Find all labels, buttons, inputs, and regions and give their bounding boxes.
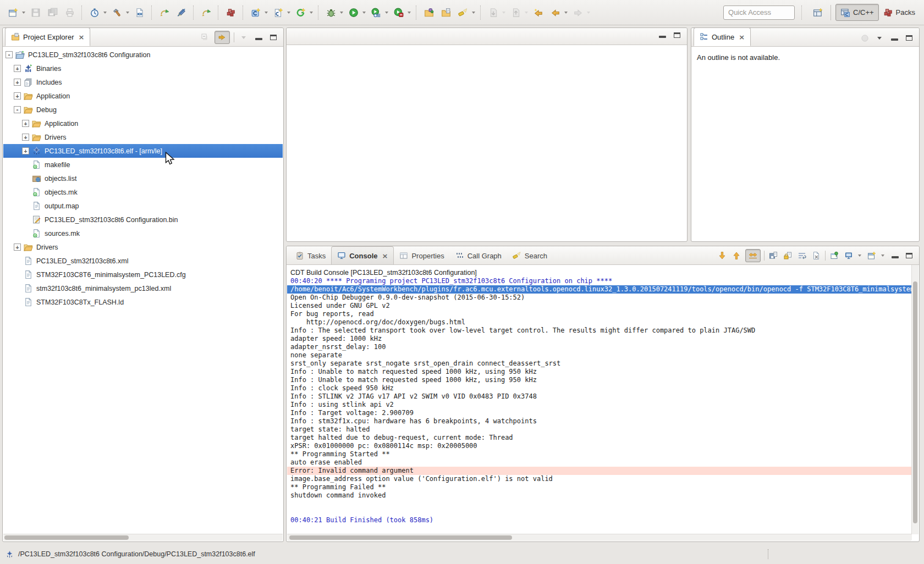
new-class-dropdown-icon[interactable] <box>310 12 313 14</box>
minimize-outline-button[interactable] <box>889 32 900 44</box>
quick-access-input[interactable] <box>723 5 795 20</box>
maximize-editor-button[interactable] <box>672 29 683 41</box>
word-wrap-button[interactable] <box>796 250 807 262</box>
packs-manager-button[interactable] <box>222 4 239 21</box>
link-with-editor-button[interactable] <box>215 31 230 44</box>
expand-toggle[interactable]: + <box>22 134 29 141</box>
tab-tasks[interactable]: Tasks <box>290 247 331 264</box>
perspective-packs-button[interactable]: Packs <box>879 4 920 20</box>
minimize-console-button[interactable] <box>889 250 900 262</box>
tree-row[interactable]: +Includes <box>3 75 283 89</box>
back-button[interactable] <box>547 4 564 21</box>
search-button[interactable] <box>454 4 471 21</box>
scrollbar-thumb[interactable] <box>4 535 129 540</box>
build-dropdown-icon[interactable] <box>126 12 129 14</box>
outline-view-menu-button[interactable] <box>874 32 885 44</box>
scroll-up-button[interactable] <box>731 250 742 262</box>
tab-call-graph[interactable]: Call Graph <box>450 247 507 264</box>
tree-row[interactable]: +Application <box>3 89 283 103</box>
expand-toggle[interactable]: + <box>14 65 21 72</box>
run-configs-button[interactable] <box>367 4 384 21</box>
run-dropdown-icon[interactable] <box>362 12 366 14</box>
expand-toggle[interactable]: + <box>14 92 21 99</box>
new-c-project-dropdown-icon[interactable] <box>265 12 268 14</box>
tree-row[interactable]: -Debug <box>3 103 283 117</box>
scrollbar-thumb[interactable] <box>289 535 512 540</box>
stopwatch-button[interactable] <box>86 4 103 21</box>
tree-row[interactable]: sources.mk <box>3 226 283 240</box>
debug-button[interactable] <box>322 4 339 21</box>
new-dropdown-icon[interactable] <box>22 12 25 14</box>
display-console-dropdown-icon[interactable] <box>858 255 861 257</box>
tab-properties[interactable]: Properties <box>394 247 449 264</box>
console-output[interactable]: CDT Build Console [PC13LED_stm32f103c8t6… <box>287 265 912 534</box>
open-perspective-button[interactable] <box>809 4 826 21</box>
open-console-button[interactable] <box>866 250 877 262</box>
tree-row[interactable]: STM32F103C8T6_minimalsystem_PC13LED.cfg <box>3 268 283 281</box>
back-dropdown-icon[interactable] <box>564 12 568 14</box>
minimize-view-button[interactable] <box>253 31 264 43</box>
new-c-project-button[interactable] <box>247 4 264 21</box>
display-console-button[interactable] <box>843 250 854 262</box>
tree-row-selected[interactable]: +PC13LED_stm32f103c8t6.elf - [arm/le] <box>3 144 283 158</box>
last-edit-location-button[interactable] <box>530 4 547 21</box>
debug-dropdown-icon[interactable] <box>340 12 343 14</box>
close-icon[interactable]: × <box>739 33 745 41</box>
program-chip-button[interactable] <box>156 4 173 21</box>
minimize-editor-button[interactable] <box>657 29 668 41</box>
scroll-down-button[interactable] <box>717 250 728 262</box>
maximize-view-button[interactable] <box>268 31 279 43</box>
tree-row[interactable]: STM32F103C8Tx_FLASH.ld <box>3 295 283 309</box>
new-c-file-button[interactable] <box>270 4 287 21</box>
open-console-dropdown-icon[interactable] <box>881 255 884 257</box>
expand-toggle[interactable]: + <box>22 147 29 154</box>
profile-dropdown-icon[interactable] <box>408 12 411 14</box>
tree-row[interactable]: makefile <box>3 158 283 172</box>
perspective-c-cpp-button[interactable]: C/C++ <box>835 4 879 21</box>
tab-console[interactable]: Console × <box>331 246 394 264</box>
profile-button[interactable] <box>390 4 407 21</box>
close-icon[interactable]: × <box>382 252 388 260</box>
tab-project-explorer[interactable]: Project Explorer × <box>5 27 90 46</box>
new-wizard-button[interactable] <box>4 4 21 21</box>
scrollbar-thumb[interactable] <box>913 281 917 523</box>
tree-row[interactable]: +Drivers <box>3 240 283 254</box>
tree-row[interactable]: -PC13LED_stm32f103c8t6 Configuration <box>3 48 283 62</box>
explorer-horizontal-scrollbar[interactable] <box>3 534 283 541</box>
scroll-lock-button[interactable] <box>782 250 793 262</box>
collapse-toggle[interactable]: - <box>6 51 13 58</box>
editor-empty-content[interactable] <box>287 45 686 241</box>
clear-console-button[interactable] <box>811 250 822 262</box>
show-on-output-button[interactable] <box>745 249 761 262</box>
console-horizontal-scrollbar[interactable] <box>287 534 912 541</box>
pen-slash-button[interactable] <box>173 4 190 21</box>
open-resource-button[interactable] <box>437 4 454 21</box>
pin-console-button[interactable] <box>829 250 840 262</box>
expand-toggle[interactable]: + <box>22 120 29 127</box>
open-element-button[interactable] <box>420 4 437 21</box>
stopwatch-dropdown-icon[interactable] <box>103 12 107 14</box>
maximize-outline-button[interactable] <box>904 32 915 44</box>
maximize-console-button[interactable] <box>904 250 915 262</box>
close-icon[interactable]: × <box>78 33 84 41</box>
collapse-toggle[interactable]: - <box>14 106 21 113</box>
search-dropdown-icon[interactable] <box>472 12 475 14</box>
save-console-button[interactable] <box>768 250 779 262</box>
program-chip-alt-button[interactable] <box>197 4 215 21</box>
tree-row[interactable]: stm32f103c8t6_minimalsystem_pc13led.xml <box>3 281 283 295</box>
tab-outline[interactable]: Outline × <box>694 27 751 46</box>
run-button[interactable] <box>345 4 362 21</box>
build-button[interactable] <box>108 4 125 21</box>
binary-file-button[interactable] <box>131 4 148 21</box>
tree-row[interactable]: +Drivers <box>3 130 283 144</box>
tab-search[interactable]: Search <box>507 247 553 264</box>
new-c-file-dropdown-icon[interactable] <box>287 12 290 14</box>
tree-row[interactable]: objects.list <box>3 172 283 185</box>
tree-row[interactable]: PC13LED_stm32f103c8t6 Configuration.bin <box>3 213 283 226</box>
expand-toggle[interactable]: + <box>14 79 21 86</box>
tree-row[interactable]: objects.mk <box>3 185 283 199</box>
run-configs-dropdown-icon[interactable] <box>385 12 388 14</box>
tree-row[interactable]: +Application <box>3 117 283 130</box>
tree-row[interactable]: PC13LED_stm32f103c8t6.xml <box>3 254 283 268</box>
new-class-button[interactable] <box>292 4 309 21</box>
